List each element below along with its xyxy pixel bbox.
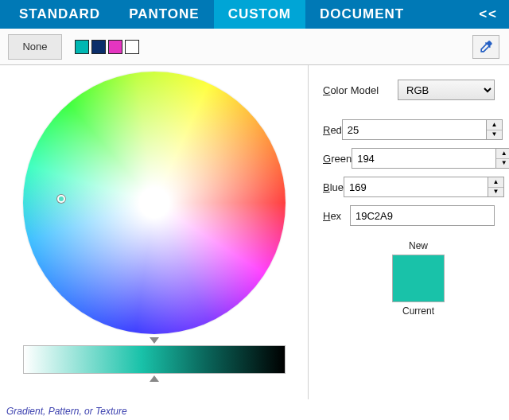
- color-model-select[interactable]: RGB: [398, 80, 495, 100]
- tab-bar: STANDARD PANTONE CUSTOM DOCUMENT <<: [0, 0, 509, 29]
- tab-custom[interactable]: CUSTOM: [214, 0, 305, 29]
- eyedropper-icon: [478, 39, 494, 55]
- swatch-1[interactable]: [75, 40, 89, 54]
- green-spin-down[interactable]: ▼: [496, 159, 509, 169]
- color-wheel-panel: [0, 65, 309, 399]
- main-panel: CColor Modelolor Model RGB RedRed ▲ ▼ Gr…: [0, 65, 509, 399]
- swatch-4[interactable]: [125, 40, 139, 54]
- shade-marker-bottom-icon[interactable]: [150, 375, 159, 382]
- blue-input[interactable]: [344, 177, 488, 197]
- blue-spin-up[interactable]: ▲: [488, 177, 503, 188]
- red-spin-down[interactable]: ▼: [487, 130, 502, 140]
- red-label: RedRed: [323, 124, 342, 136]
- red-spinner: ▲ ▼: [487, 119, 503, 140]
- color-wheel-picker[interactable]: [57, 195, 65, 203]
- tab-pantone[interactable]: PANTONE: [115, 0, 214, 29]
- eyedropper-button[interactable]: [472, 35, 499, 59]
- green-label: GreenGreen: [323, 153, 352, 165]
- color-model-label: CColor Modelolor Model: [323, 84, 398, 96]
- color-values-panel: CColor Modelolor Model RGB RedRed ▲ ▼ Gr…: [309, 65, 509, 399]
- new-label: New: [371, 240, 466, 251]
- toolbar: None: [0, 29, 509, 65]
- green-spin-up[interactable]: ▲: [496, 149, 509, 159]
- blue-spin-down[interactable]: ▼: [488, 188, 503, 197]
- none-button[interactable]: None: [8, 34, 62, 60]
- green-input[interactable]: [352, 148, 496, 169]
- tab-document[interactable]: DOCUMENT: [305, 0, 418, 29]
- recent-swatches: [75, 40, 139, 54]
- blue-spinner: ▲ ▼: [488, 177, 504, 197]
- color-preview: New Current: [371, 240, 466, 317]
- red-spin-up[interactable]: ▲: [487, 120, 502, 130]
- swatch-3[interactable]: [108, 40, 122, 54]
- swatch-2[interactable]: [91, 40, 106, 54]
- hex-input[interactable]: [350, 205, 495, 226]
- blue-label: BlueBlue: [323, 181, 344, 193]
- current-label: Current: [371, 305, 466, 317]
- tab-standard[interactable]: STANDARD: [5, 0, 115, 29]
- gradient-pattern-link[interactable]: Gradient, Pattern, or Texture: [6, 406, 127, 417]
- green-spinner: ▲ ▼: [496, 148, 509, 169]
- shade-marker-top-icon[interactable]: [150, 337, 159, 344]
- color-wheel[interactable]: [23, 72, 286, 334]
- red-input[interactable]: [342, 119, 487, 140]
- collapse-button[interactable]: <<: [468, 0, 509, 29]
- shade-slider[interactable]: [23, 345, 286, 374]
- preview-swatch: [392, 255, 445, 302]
- hex-label: HexHex: [323, 210, 350, 222]
